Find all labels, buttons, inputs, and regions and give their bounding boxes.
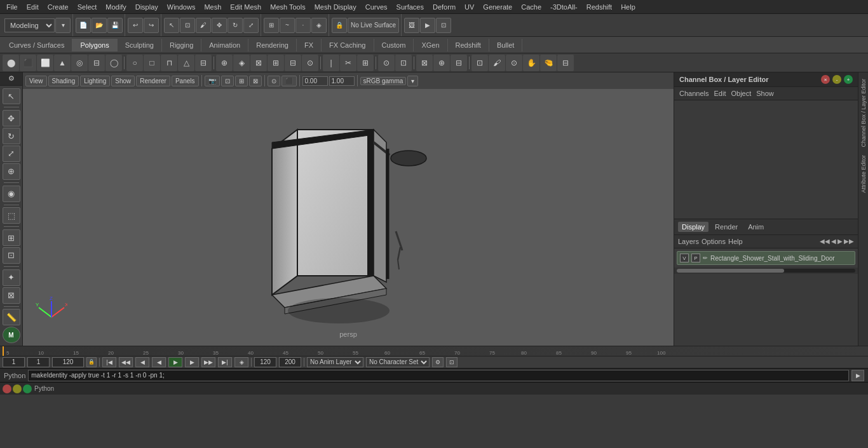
marquee-lt[interactable]: ⬚ [3,207,20,224]
smooth-btn[interactable]: ⊙ [302,55,318,71]
script-command-input[interactable]: makeIdentity -apply true -t 1 -r 1 -s 1 … [28,370,849,381]
vp-view-btn[interactable]: View [25,76,47,86]
vp-value-input[interactable]: 1.00 [329,76,355,86]
rotate-lt[interactable]: ↻ [3,128,20,144]
layer-tab-anim[interactable]: Anim [744,222,768,232]
vp-sel-hilite[interactable]: ⊙ [268,76,280,86]
time-ruler[interactable]: 5 10 15 20 25 30 35 40 45 50 55 60 65 70… [0,346,868,356]
tab-fx[interactable]: FX [297,39,322,51]
scale-lt[interactable]: ⤢ [3,146,20,162]
vp-zoom-input[interactable]: 0.00 [302,76,328,86]
menu-deform[interactable]: Deform [429,2,459,12]
vp-cam-btn[interactable]: 📷 [205,76,220,86]
soft-sel-lt[interactable]: ◉ [3,186,20,202]
nurbs-plane-btn[interactable]: ⊟ [195,55,212,71]
menu-select[interactable]: Select [74,2,101,12]
poly-cone-btn[interactable]: ▲ [54,55,71,71]
bottom-max-btn[interactable] [23,384,32,393]
layer-arr-ll[interactable]: ◀◀ [820,238,830,245]
tab-rendering[interactable]: Rendering [248,39,297,51]
rotate-btn[interactable]: ↻ [227,18,243,33]
next-key-btn[interactable]: ▶ [185,357,199,367]
bridge-btn[interactable]: ⊠ [250,55,267,71]
render-current-btn[interactable]: 🖼 [404,18,419,33]
menu-mesh-tools[interactable]: Mesh Tools [266,2,309,12]
menu-redshift[interactable]: Redshift [583,2,616,12]
range-end-lock[interactable]: 🔒 [86,357,97,367]
sculpt-btn[interactable]: 🖌 [489,55,505,71]
panel-close-btn[interactable]: × [821,75,830,84]
vp-gamma-btn[interactable]: sRGB gamma [360,77,407,85]
menu-mesh-display[interactable]: Mesh Display [311,2,360,12]
menu-curves[interactable]: Curves [362,2,391,12]
bevel-btn[interactable]: ◈ [233,55,250,71]
layer-arr-r[interactable]: ▶ [837,238,843,245]
workspace-select[interactable]: Modeling Rigging Animation [4,18,55,32]
poly-cube-btn[interactable]: ⬛ [20,55,36,71]
go-start-btn[interactable]: |◀ [102,357,116,367]
menu-surfaces[interactable]: Surfaces [393,2,428,12]
tab-bullet[interactable]: Bullet [489,39,523,51]
mirror-btn[interactable]: ⊠ [416,55,433,71]
multi-cut-btn[interactable]: ✂ [340,55,356,71]
menu-create[interactable]: Create [44,2,72,12]
snap-curve-btn[interactable]: ~ [280,18,295,33]
range-start2-input[interactable] [254,357,276,367]
prev-key-btn[interactable]: ◀ [135,357,149,367]
bottom-min-btn[interactable] [13,384,22,393]
menu-cache[interactable]: Cache [517,2,545,12]
tab-sculpting[interactable]: Sculpting [118,39,162,51]
snap-point-btn[interactable]: · [295,18,311,33]
step-fwd-btn[interactable]: ▶▶ [201,357,215,367]
cb-tab-object[interactable]: Object [731,90,751,97]
poly-disk-btn[interactable]: ◯ [105,55,122,71]
snap-view-btn[interactable]: ◈ [311,18,327,33]
layer-tab-display[interactable]: Display [678,222,709,232]
paint-sel-btn[interactable]: 🖌 [196,18,211,33]
poly-plane-btn[interactable]: ⊟ [88,55,105,71]
step-back-btn[interactable]: ◀◀ [119,357,133,367]
start-frame-input[interactable]: 1 [3,357,25,367]
lasso-btn[interactable]: ⊡ [180,18,195,33]
play-back-btn[interactable]: ◀ [152,357,166,367]
separate-btn[interactable]: ⊟ [451,55,467,71]
universal-lt[interactable]: ⊕ [3,163,20,180]
nurbs-cyl-btn[interactable]: ⊓ [161,55,177,71]
layer-name[interactable]: Rectangle_Shower_Stall_with_Sliding_Door [710,255,852,262]
flatten-btn[interactable]: ⊟ [557,55,574,71]
layer-opt-options[interactable]: Options [702,238,726,245]
vp-grid-btn[interactable]: ⊞ [235,76,248,86]
fill-hole-btn[interactable]: ⊟ [285,55,301,71]
select-tool-lt[interactable]: ↖ [3,88,20,105]
menu-3dttoall[interactable]: -3DtoAll- [546,2,581,12]
viewport[interactable]: View Shading Lighting Show Renderer Pane… [23,72,674,346]
menu-modify[interactable]: Modify [102,2,130,12]
scale-btn[interactable]: ⤢ [243,18,259,33]
nurbs-cube-btn[interactable]: □ [144,55,160,71]
poly-cylinder-btn[interactable]: ⬜ [37,55,53,71]
play-fwd-btn[interactable]: ▶ [168,357,182,367]
menu-windows[interactable]: Windows [163,2,200,12]
cb-tab-show[interactable]: Show [756,90,774,97]
tb-dropdown[interactable]: ▾ [55,18,71,33]
merge-btn[interactable]: ⊞ [268,55,284,71]
render-seq-btn[interactable]: ⊡ [436,18,451,33]
grab-btn[interactable]: ✋ [523,55,539,71]
layer-arr-rr[interactable]: ▶▶ [844,238,854,245]
settings-gear-btn[interactable]: ⚙ [0,72,23,86]
cluster-lt[interactable]: ✦ [3,269,20,286]
tab-redshift[interactable]: Redshift [448,39,489,51]
max-frame-input[interactable]: 200 [279,357,301,367]
layer-tab-render[interactable]: Render [711,222,742,232]
ipr-btn[interactable]: ▶ [420,18,435,33]
tab-curves-surfaces[interactable]: Curves / Surfaces [1,39,72,51]
quad-draw-btn[interactable]: ⊡ [471,55,488,71]
nurbs-cone-btn[interactable]: △ [178,55,194,71]
redo-btn[interactable]: ↪ [144,18,159,33]
panel-min-btn[interactable]: - [832,75,841,84]
open-scene-btn[interactable]: 📂 [92,18,107,33]
auto-key-btn[interactable]: ◈ [234,357,248,367]
menu-display[interactable]: Display [132,2,162,12]
go-end-btn[interactable]: ▶| [218,357,232,367]
target-weld-btn[interactable]: ⊙ [378,55,395,71]
